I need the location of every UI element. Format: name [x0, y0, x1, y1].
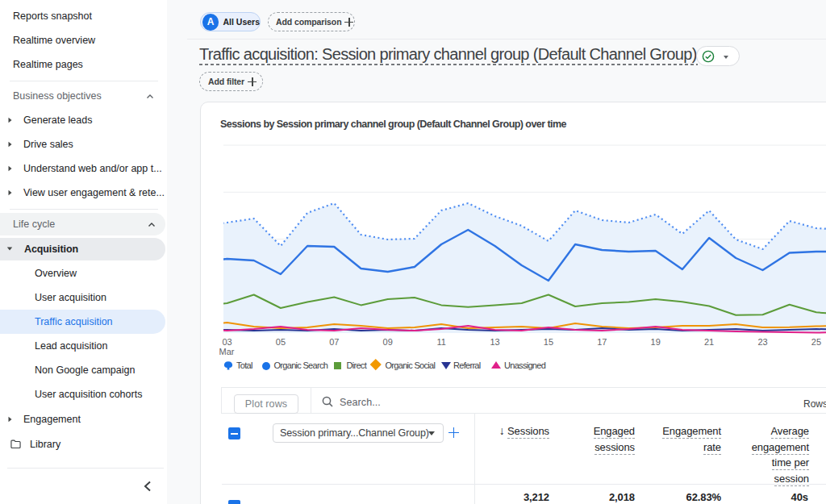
svg-text:17: 17 [597, 337, 607, 347]
svg-text:05: 05 [276, 337, 286, 347]
svg-text:Mar: Mar [219, 347, 235, 356]
svg-text:03: 03 [222, 337, 232, 347]
svg-text:23: 23 [757, 337, 767, 347]
svg-text:15: 15 [544, 337, 553, 347]
svg-text:13: 13 [490, 337, 499, 347]
svg-text:11: 11 [436, 337, 445, 347]
svg-text:19: 19 [651, 337, 661, 347]
svg-text:09: 09 [383, 337, 393, 347]
svg-text:25: 25 [811, 337, 821, 347]
svg-text:07: 07 [329, 337, 339, 347]
svg-text:21: 21 [704, 337, 714, 347]
